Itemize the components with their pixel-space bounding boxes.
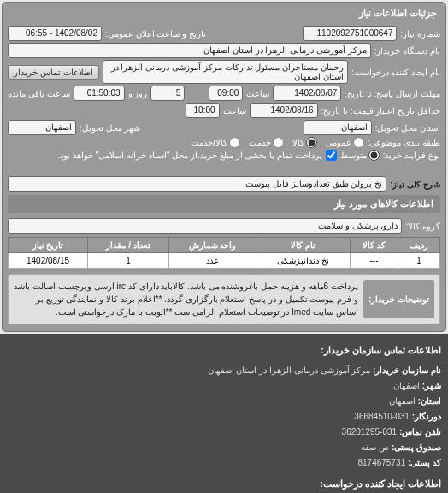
table-header-row: ردیف کد کالا نام کالا واحد شمارش تعداد /… (9, 238, 440, 253)
cprovince-value: اصفهان (389, 396, 416, 406)
buyer-notes-label: توضیحات خریدار: (363, 280, 434, 318)
ccity-label: شهر: (422, 381, 441, 390)
reqno-value: 1102092751000647 (303, 26, 397, 41)
cell-unit: عدد (169, 253, 256, 269)
validity-time: 10:00 (186, 103, 220, 118)
buyer-notes-box: توضیحات خریدار: پرداخت 6ماهه و هزینه حمل… (8, 274, 440, 324)
contact-subheading: اطلاعات ایجاد کننده درخواست: (7, 476, 441, 493)
row-province: استان محل تحویل: اصفهان شهر محل تحویل: ا… (8, 120, 440, 135)
validity-time-label: ساعت (223, 106, 246, 116)
radio-service[interactable]: خدمت (249, 137, 284, 148)
province-label: استان محل تحویل: (375, 123, 440, 133)
deadline-remain-label: ساعت باقی مانده (8, 89, 70, 98)
th-qty: تعداد / مقدار (88, 238, 169, 253)
row-requester: نام ایجاد کننده درخواست: رحمان مستاجران … (8, 60, 440, 84)
org-value: مرکز آموزشی درمانی الزهرا در استان اصفها… (208, 365, 371, 375)
deadline-days: 5 (150, 86, 185, 101)
th-date: تاریخ نیاز (9, 238, 88, 253)
contact-panel: اطلاعات تماس سازمان خریدار: نام سازمان خ… (0, 334, 448, 493)
th-name: نام کالا (256, 238, 351, 253)
ccity-value: اصفهان (393, 381, 420, 390)
treasury-checkbox[interactable] (326, 150, 337, 161)
cell-code: --- (350, 253, 398, 269)
group-label: طبقه بندی موضوعی: (368, 138, 440, 147)
row-process: نوع فرآیند خرید: متوسط پرداخت تمام یا بخ… (8, 150, 440, 161)
table-row: 1 --- نخ دندانپزشکی عدد 1 1402/08/15 (9, 253, 440, 269)
th-unit: واحد شمارش (169, 238, 256, 253)
row-buyer: نام دستگاه خریدار: مرکز آموزشی درمانی ال… (8, 43, 440, 58)
row-desc: شرح کلی نیاز: نخ پرولن طبق تعدادوسایز فا… (8, 176, 440, 192)
tel-label: تلفن تماس: (399, 427, 441, 437)
row-reqno: شماره نیاز: 1102092751000647 تاریخ و ساع… (8, 26, 440, 41)
fax-label: دورنگار: (412, 412, 441, 421)
group-radios: عمومی کالا خدمت کالا/خدمت (191, 137, 364, 148)
buyer-value: مرکز آموزشی درمانی الزهرا در استان اصفها… (8, 43, 371, 58)
deadline-remain: 01:50:03 (74, 86, 125, 101)
deadline-days-label: روز و (128, 89, 148, 98)
reqno-label: شماره نیاز: (400, 29, 440, 39)
row-itemgroup: گروه کالا: دارو، پزشکی و سلامت (8, 218, 440, 234)
cell-date: 1402/08/15 (9, 253, 88, 269)
org-label: نام سازمان خریدار: (373, 365, 441, 375)
postbox-value: ص صفه (361, 443, 389, 452)
pubdate-label: تاریخ و ساعت اعلان عمومی: (105, 29, 206, 39)
cell-name: نخ دندانپزشکی (256, 253, 351, 269)
row-validity: حداقل تاریخ اعتبار قیمت: تا تاریخ: 1402/… (8, 103, 440, 118)
row-group: طبقه بندی موضوعی: عمومی کالا خدمت کالا/خ… (8, 137, 440, 148)
contact-info-button[interactable]: اطلاعات تماس خریدار (8, 65, 99, 80)
deadline-label: مهلت ارسال پاسخ: تا تاریخ: (345, 89, 440, 98)
requester-value: رحمان مستاجران مسئول تدارکات مرکز آموزشی… (103, 60, 348, 84)
postcode-value: 8174675731 (357, 458, 405, 467)
validity-label: حداقل تاریخ اعتبار قیمت: تا تاریخ: (321, 106, 440, 116)
itemgroup-value: دارو، پزشکی و سلامت (8, 218, 402, 234)
postbox-label: صندوق پستی: (392, 443, 441, 452)
contact-heading: اطلاعات تماس سازمان خریدار: (7, 342, 441, 359)
cell-qty: 1 (88, 253, 169, 269)
city-value: اصفهان (8, 120, 76, 135)
deadline-time-label: ساعت (246, 89, 269, 98)
postcode-label: کد پستی: (408, 458, 441, 467)
deadline-time: 09:00 (209, 86, 243, 101)
details-panel: جزئیات اطلاعات نیاز شماره نیاز: 11020927… (2, 2, 446, 332)
city-label: شهر محل تحویل: (80, 123, 140, 133)
pubdate-value: 1402/08/02 - 06:55 (8, 26, 102, 41)
panel-title: جزئیات اطلاعات نیاز (8, 6, 440, 24)
desc-label: شرح کلی نیاز: (390, 180, 440, 189)
fax-value: 031-36684510 (354, 412, 410, 421)
province-value: اصفهان (304, 120, 372, 135)
row-deadline: مهلت ارسال پاسخ: تا تاریخ: 1402/08/07 سا… (8, 86, 440, 101)
cell-idx: 1 (398, 253, 440, 269)
buyer-label: نام دستگاه خریدار: (374, 46, 440, 56)
radio-medium[interactable]: متوسط (340, 150, 380, 161)
requester-label: نام ایجاد کننده درخواست: (351, 68, 440, 77)
desc-value: نخ پرولن طبق تعدادوسایز فایل پیوست (8, 176, 386, 192)
itemgroup-label: گروه کالا: (405, 222, 440, 231)
cprovince-label: استان: (418, 396, 441, 406)
radio-goods[interactable]: کالا (292, 137, 317, 148)
th-idx: ردیف (398, 238, 440, 253)
items-table: ردیف کد کالا نام کالا واحد شمارش تعداد /… (8, 237, 440, 269)
tel-value: 031-36201295 (342, 427, 398, 437)
buyer-notes-text: پرداخت 6ماهه و هزینه حمل باغروشنده می با… (14, 280, 358, 318)
th-code: کد کالا (350, 238, 398, 253)
radio-both[interactable]: کالا/خدمت (191, 137, 240, 148)
process-label: نوع فرآیند خرید: (383, 151, 440, 160)
process-note: پرداخت تمام یا بخشی از مبلغ خرید،از محل … (57, 151, 321, 160)
items-header: اطلاعات کالاهای مورد نیاز (8, 195, 440, 213)
validity-date: 1402/08/16 (250, 103, 318, 118)
deadline-date: 1402/08/07 (273, 86, 341, 101)
radio-general[interactable]: عمومی (326, 137, 364, 148)
